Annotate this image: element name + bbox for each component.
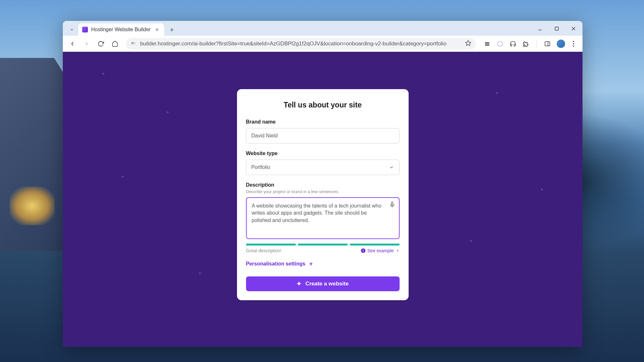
description-sublabel: Describe your project or brand in a few …: [246, 189, 400, 194]
tab-close-button[interactable]: ×: [154, 26, 160, 33]
quality-feedback-text: Great description!: [246, 248, 282, 253]
back-button[interactable]: [67, 38, 78, 50]
create-website-button[interactable]: ✦ Create a website: [246, 276, 400, 291]
svg-rect-1: [555, 27, 558, 30]
address-bar[interactable]: builder.hostinger.com/ai-builder?firstSi…: [126, 38, 476, 50]
description-quality-meter: [246, 244, 400, 246]
site-info-icon[interactable]: [130, 41, 136, 47]
bookmark-star-icon[interactable]: [465, 40, 471, 48]
site-setup-modal: Tell us about your site Brand name Websi…: [237, 89, 409, 300]
svg-rect-10: [485, 43, 489, 44]
browser-window: Hostinger Website Builder × +: [63, 21, 582, 347]
browser-menu-button[interactable]: [571, 39, 576, 49]
website-type-value: Portfolio: [251, 164, 270, 170]
svg-point-12: [498, 41, 503, 46]
description-label: Description: [246, 182, 400, 188]
personalisation-settings-toggle[interactable]: Personalisation settings +: [246, 261, 400, 267]
microphone-icon[interactable]: [389, 202, 395, 209]
browser-toolbar: builder.hostinger.com/ai-builder?firstSi…: [63, 36, 582, 52]
svg-rect-9: [485, 42, 489, 43]
tab-strip: Hostinger Website Builder × +: [63, 21, 582, 36]
svg-rect-13: [545, 42, 550, 46]
svg-marker-8: [466, 40, 471, 45]
see-example-link[interactable]: i See example: [361, 248, 400, 253]
profile-avatar[interactable]: [557, 40, 565, 48]
chevron-down-icon: [389, 165, 394, 170]
extension-icon-3[interactable]: [509, 40, 516, 47]
sidepanel-icon[interactable]: [544, 40, 551, 47]
home-button[interactable]: [109, 38, 121, 50]
maximize-button[interactable]: [552, 23, 562, 34]
extensions-puzzle-icon[interactable]: [522, 40, 529, 47]
reload-button[interactable]: [95, 38, 107, 50]
tab-title: Hostinger Website Builder: [91, 27, 151, 32]
extension-icon-2[interactable]: [497, 40, 504, 47]
extensions-area: [481, 39, 579, 49]
website-type-select[interactable]: Portfolio: [246, 160, 400, 175]
brand-name-label: Brand name: [246, 119, 400, 125]
brand-name-input[interactable]: [246, 128, 400, 144]
modal-title: Tell us about your site: [246, 101, 400, 109]
description-textarea[interactable]: [246, 197, 400, 239]
forward-button[interactable]: [81, 38, 92, 50]
plus-icon: +: [309, 261, 315, 267]
sparkle-icon: ✦: [297, 280, 301, 287]
website-type-label: Website type: [246, 151, 400, 156]
page-content: ✦ ✦ ✦ ✦ ✦ ✦ ✦ Tell us about your site Br…: [63, 52, 582, 347]
tab-favicon: [82, 27, 88, 32]
url-text: builder.hostinger.com/ai-builder?firstSi…: [140, 41, 461, 47]
minimize-button[interactable]: [535, 23, 545, 34]
new-tab-button[interactable]: +: [166, 24, 178, 36]
extension-icon-1[interactable]: [484, 40, 491, 47]
chevron-right-icon: [396, 249, 400, 253]
browser-tab[interactable]: Hostinger Website Builder ×: [78, 23, 164, 36]
close-window-button[interactable]: [568, 23, 579, 34]
svg-rect-11: [485, 45, 489, 46]
tab-search-dropdown[interactable]: [65, 23, 78, 36]
info-icon: i: [361, 248, 365, 253]
